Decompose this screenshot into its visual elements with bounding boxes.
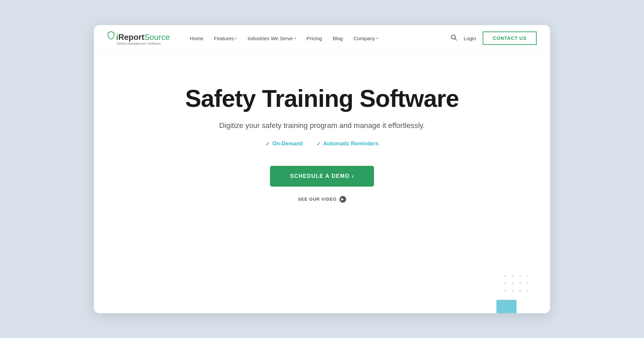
- nav-actions: Login CONTACT US: [450, 31, 537, 45]
- hero-badges: ✓ On-Demand ✓ Automatic Reminders: [265, 141, 379, 147]
- nav-home[interactable]: Home: [190, 36, 203, 41]
- see-video-link[interactable]: SEE OUR VIDEO ▶: [298, 196, 346, 203]
- svg-line-1: [455, 39, 457, 40]
- logo-report: Report: [118, 33, 144, 41]
- dot-decoration: [504, 275, 530, 293]
- logo-subtitle: Safety Management Software: [107, 42, 161, 45]
- schedule-demo-button[interactable]: SCHEDULE A DEMO ›: [270, 166, 374, 187]
- features-chevron-icon: ▾: [235, 37, 237, 40]
- see-video-label: SEE OUR VIDEO: [298, 197, 337, 202]
- logo-shield-icon: [107, 31, 115, 40]
- search-icon[interactable]: [450, 34, 457, 43]
- nav-blog[interactable]: Blog: [333, 36, 343, 41]
- industries-chevron-icon: ▾: [294, 37, 296, 40]
- check-icon-1: ✓: [265, 141, 270, 147]
- browser-window: iReportSource Safety Management Software…: [94, 25, 550, 313]
- company-chevron-icon: ▾: [376, 37, 378, 40]
- hero-section: Safety Training Software Digitize your s…: [94, 52, 550, 229]
- badge-on-demand: ✓ On-Demand: [265, 141, 303, 147]
- play-icon: ▶: [339, 196, 346, 203]
- hero-title: Safety Training Software: [185, 85, 459, 112]
- nav-pricing[interactable]: Pricing: [307, 36, 322, 41]
- nav-company[interactable]: Company ▾: [354, 36, 378, 41]
- login-link[interactable]: Login: [464, 36, 476, 41]
- contact-button[interactable]: CONTACT US: [483, 31, 537, 45]
- bottom-blue-element: [496, 300, 517, 313]
- logo-source: Source: [144, 33, 170, 41]
- badge-reminders: ✓ Automatic Reminders: [316, 141, 379, 147]
- check-icon-2: ✓: [316, 141, 321, 147]
- badge-reminders-label: Automatic Reminders: [323, 141, 379, 147]
- logo[interactable]: iReportSource Safety Management Software: [107, 31, 170, 45]
- nav-features[interactable]: Features ▾: [214, 36, 237, 41]
- nav-links: Home Features ▾ Industries We Serve ▾ Pr…: [190, 36, 450, 41]
- navbar: iReportSource Safety Management Software…: [94, 25, 550, 52]
- hero-subtitle: Digitize your safety training program an…: [219, 121, 425, 130]
- nav-industries[interactable]: Industries We Serve ▾: [248, 36, 296, 41]
- logo-i: i: [116, 33, 118, 41]
- badge-on-demand-label: On-Demand: [272, 141, 303, 147]
